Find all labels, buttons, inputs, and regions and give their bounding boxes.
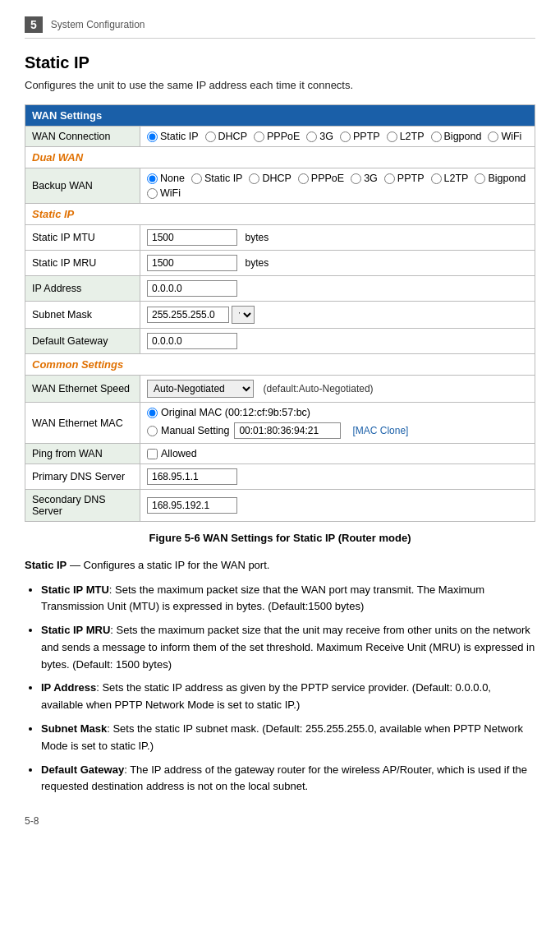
wan-radio-pptp[interactable]: PPTP	[340, 131, 380, 142]
original-mac-label[interactable]: Original MAC (00:12:cf:9b:57:bc)	[147, 407, 310, 418]
wan-radio-bigpond-input[interactable]	[431, 131, 442, 142]
backup-radio-bigpond-input[interactable]	[475, 173, 485, 184]
manual-mac-row: Manual Setting [MAC Clone]	[147, 422, 528, 439]
wan-ethernet-mac-row: WAN Ethernet MAC Original MAC (00:12:cf:…	[25, 403, 535, 444]
primary-dns-value-cell	[140, 464, 535, 490]
backup-wan-radio-group: None Static IP DHCP PPPoE 3G PPTP	[147, 173, 528, 199]
wan-ethernet-mac-label: WAN Ethernet MAC	[25, 403, 140, 444]
backup-radio-3g-input[interactable]	[351, 173, 361, 184]
static-ip-mru-input[interactable]	[147, 255, 237, 271]
backup-radio-bigpond[interactable]: Bigpond	[475, 173, 526, 184]
ip-address-label: IP Address	[25, 276, 140, 302]
wan-radio-staticip-input[interactable]	[147, 131, 158, 142]
ping-allowed-text: Allowed	[161, 448, 197, 459]
backup-radio-none-input[interactable]	[147, 173, 158, 184]
secondary-dns-input[interactable]	[147, 497, 237, 514]
bullet-term-1: Static IP MRU	[41, 624, 110, 636]
wan-radio-l2tp[interactable]: L2TP	[387, 131, 425, 142]
original-mac-radio-item: Original MAC (00:12:cf:9b:57:bc)	[147, 407, 528, 418]
page-subtitle: Configures the unit to use the same IP a…	[25, 79, 535, 91]
wan-radio-l2tp-input[interactable]	[387, 131, 397, 142]
backup-radio-wifi-input[interactable]	[147, 188, 158, 199]
backup-radio-staticip[interactable]: Static IP	[191, 173, 243, 184]
bullet-term-4: Default Gateway	[41, 763, 124, 776]
static-ip-mtu-input[interactable]	[147, 229, 237, 246]
page-number: 5-8	[25, 815, 535, 827]
secondary-dns-label: Secondary DNS Server	[25, 490, 140, 522]
wan-radio-pptp-input[interactable]	[340, 131, 351, 142]
subnet-mask-label: Subnet Mask	[25, 302, 140, 329]
backup-radio-dhcp-input[interactable]	[249, 173, 259, 184]
common-settings-label: Common Settings	[25, 354, 535, 376]
backup-radio-pptp-input[interactable]	[384, 173, 395, 184]
static-ip-mru-row: Static IP MRU bytes	[25, 251, 535, 276]
wan-radio-dhcp-input[interactable]	[205, 131, 216, 142]
manual-mac-text: Manual Setting	[161, 425, 229, 436]
wan-radio-staticip[interactable]: Static IP	[147, 131, 199, 142]
common-settings-header: Common Settings	[25, 354, 535, 376]
wan-radio-pppoe-input[interactable]	[254, 131, 264, 142]
static-ip-section-label: Static IP	[25, 204, 535, 225]
wan-ethernet-speed-label: WAN Ethernet Speed	[25, 376, 140, 403]
manual-mac-radio[interactable]	[147, 426, 158, 436]
backup-radio-3g[interactable]: 3G	[351, 173, 378, 184]
original-mac-radio[interactable]	[147, 408, 158, 418]
ping-from-wan-label: Ping from WAN	[25, 444, 140, 464]
backup-radio-pppoe-input[interactable]	[298, 173, 309, 184]
wan-settings-header: WAN Settings	[25, 105, 535, 127]
static-ip-mtu-row: Static IP MTU bytes	[25, 225, 535, 251]
subnet-mask-select[interactable]: ▼	[232, 306, 255, 324]
wan-radio-bigpond[interactable]: Bigpond	[431, 131, 482, 142]
static-ip-mtu-label: Static IP MTU	[25, 225, 140, 251]
backup-radio-l2tp-input[interactable]	[431, 173, 442, 184]
backup-radio-pptp[interactable]: PPTP	[384, 173, 425, 184]
subnet-mask-input[interactable]	[147, 307, 229, 323]
ping-allowed-checkbox-label[interactable]: Allowed	[147, 448, 528, 459]
ping-from-wan-value-cell: Allowed	[140, 444, 535, 464]
backup-radio-wifi[interactable]: WiFi	[147, 187, 181, 199]
manual-mac-input[interactable]	[234, 422, 341, 439]
backup-radio-l2tp[interactable]: L2TP	[431, 173, 469, 184]
default-gateway-row: Default Gateway	[25, 329, 535, 354]
wan-radio-dhcp[interactable]: DHCP	[205, 131, 247, 142]
subnet-mask-value-cell: ▼	[140, 302, 535, 329]
chapter-number: 5	[25, 16, 43, 33]
bullet-list: Static IP MTU: Sets the maximum packet s…	[41, 582, 535, 796]
wan-connection-value: Static IP DHCP PPPoE 3G PPTP L2TP	[140, 127, 535, 147]
original-mac-value: (00:12:cf:9b:57:bc)	[225, 407, 310, 418]
default-gateway-input[interactable]	[147, 333, 237, 349]
wan-ethernet-speed-value-cell: Auto-Negotiated 10Mbps Half 10Mbps Full …	[140, 376, 535, 403]
manual-mac-label[interactable]: Manual Setting	[147, 425, 229, 436]
wan-radio-wifi[interactable]: WiFi	[488, 131, 521, 142]
subnet-mask-row: Subnet Mask ▼	[25, 302, 535, 329]
ip-address-input[interactable]	[147, 280, 237, 297]
ping-allowed-checkbox[interactable]	[147, 449, 158, 459]
wan-settings-label: WAN Settings	[25, 105, 535, 127]
settings-table: WAN Settings WAN Connection Static IP DH…	[25, 104, 535, 522]
default-gateway-value-cell	[140, 329, 535, 354]
static-ip-mtu-unit: bytes	[245, 232, 269, 243]
wan-ethernet-speed-row: WAN Ethernet Speed Auto-Negotiated 10Mbp…	[25, 376, 535, 403]
static-ip-mru-value-cell: bytes	[140, 251, 535, 276]
primary-dns-input[interactable]	[147, 468, 237, 485]
backup-radio-pppoe[interactable]: PPPoE	[298, 173, 344, 184]
mac-clone-link[interactable]: [MAC Clone]	[352, 425, 408, 436]
wan-connection-row: WAN Connection Static IP DHCP PPPoE 3G P…	[25, 127, 535, 147]
body-text-static-ip-bold: Static IP	[25, 559, 67, 571]
wan-radio-pppoe[interactable]: PPPoE	[254, 131, 300, 142]
bullet-text-3: : Sets the static IP subnet mask. (Defau…	[41, 722, 523, 752]
static-ip-mru-label: Static IP MRU	[25, 251, 140, 276]
original-mac-text: Original MAC (00:12:cf:9b:57:bc)	[161, 407, 310, 418]
wan-connection-label: WAN Connection	[25, 127, 140, 147]
wan-ethernet-speed-default: (default:Auto-Negotiated)	[263, 383, 373, 394]
wan-radio-3g-input[interactable]	[306, 131, 317, 142]
chapter-title: System Configuration	[51, 19, 145, 30]
backup-radio-dhcp[interactable]: DHCP	[249, 173, 291, 184]
dual-wan-header: Dual WAN	[25, 147, 535, 168]
backup-radio-staticip-input[interactable]	[191, 173, 202, 184]
wan-radio-wifi-input[interactable]	[488, 131, 498, 142]
wan-radio-3g[interactable]: 3G	[306, 131, 333, 142]
wan-ethernet-speed-select[interactable]: Auto-Negotiated 10Mbps Half 10Mbps Full …	[147, 380, 254, 398]
secondary-dns-row: Secondary DNS Server	[25, 490, 535, 522]
backup-radio-none[interactable]: None	[147, 173, 185, 184]
